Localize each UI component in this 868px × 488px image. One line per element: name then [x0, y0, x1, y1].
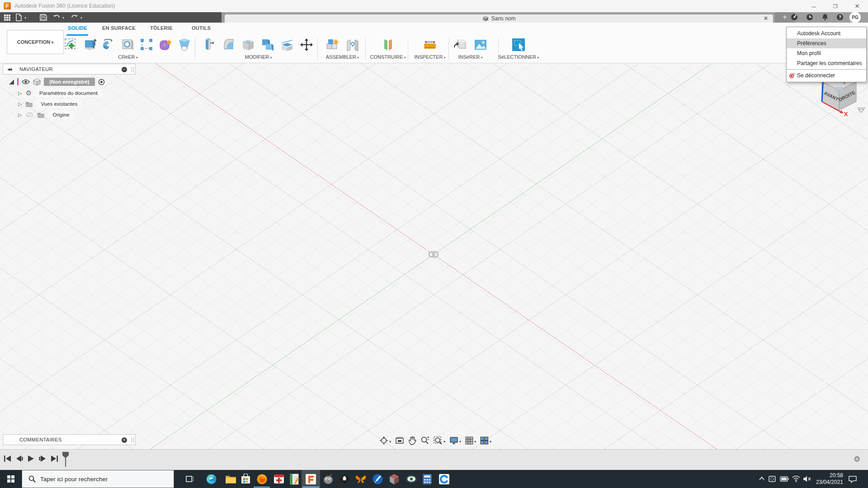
hidden-icons-chevron[interactable]	[759, 476, 765, 481]
comments-panel-header[interactable]: COMMENTAIRES +	[3, 434, 136, 445]
navigator-item-vues[interactable]: Vues existantes	[18, 99, 81, 109]
tab-outils[interactable]: OUTILS	[192, 25, 211, 33]
go-to-start-button[interactable]	[4, 455, 11, 462]
collapsed-triangle-icon[interactable]	[18, 90, 22, 96]
taskbar-icon-cura[interactable]	[435, 470, 453, 488]
taskbar-icon-notes[interactable]	[285, 470, 303, 488]
redo-icon[interactable]	[71, 14, 79, 21]
insert-derive-icon[interactable]	[453, 38, 467, 52]
taskbar-icon-calculator[interactable]	[418, 470, 436, 488]
grid-settings-icon[interactable]	[465, 436, 476, 445]
expanded-triangle-icon[interactable]	[9, 80, 14, 84]
pattern-icon[interactable]	[139, 38, 154, 52]
save-icon[interactable]	[40, 14, 47, 21]
group-label-inspecter[interactable]: INSPECTER	[414, 54, 445, 60]
combine-icon[interactable]	[260, 38, 275, 52]
minus-circle-icon[interactable]: −	[122, 67, 127, 72]
viewports-icon[interactable]	[480, 436, 491, 445]
window-zoom-icon[interactable]	[434, 436, 445, 445]
menu-item-mon-profil[interactable]: Mon profil	[787, 48, 866, 58]
plus-circle-icon[interactable]: +	[122, 437, 127, 443]
extrude-icon[interactable]	[82, 38, 97, 52]
taskbar-icon-gimp[interactable]	[319, 470, 337, 488]
minimize-button[interactable]	[804, 0, 824, 12]
taskbar-icon-polyhedron[interactable]	[385, 470, 403, 488]
measure-icon[interactable]	[423, 38, 437, 52]
tree-item-label[interactable]: Paramètres du document	[35, 89, 102, 97]
start-button[interactable]	[0, 470, 22, 488]
taskbar-icon-butterfly[interactable]	[352, 470, 370, 488]
panel-grip-handle[interactable]	[132, 437, 134, 443]
group-label-construire[interactable]: CONSTRUIRE	[370, 54, 406, 60]
orbit-icon[interactable]	[379, 436, 391, 445]
visibility-eye-icon[interactable]	[22, 79, 30, 84]
zoom-icon[interactable]	[420, 436, 429, 445]
taskbar-icon-stylus[interactable]	[368, 470, 387, 488]
collapse-panel-icon[interactable]	[7, 67, 11, 71]
origin-marker[interactable]	[427, 251, 440, 258]
tab-solide[interactable]: SOLIDE	[68, 25, 87, 33]
play-button[interactable]	[28, 455, 34, 462]
document-tab[interactable]: Sans nom	[225, 14, 773, 23]
account-avatar[interactable]: PG	[849, 12, 861, 23]
panel-grip-handle[interactable]	[132, 67, 134, 72]
navigator-root-row[interactable]: (Non enregistré)	[9, 77, 105, 87]
step-forward-button[interactable]	[39, 455, 46, 462]
taskbar-search[interactable]	[22, 470, 174, 488]
navigator-item-origine[interactable]: Origine	[18, 110, 74, 120]
taskbar-icon-firefox[interactable]	[253, 470, 271, 488]
collapsed-triangle-icon[interactable]	[18, 112, 22, 118]
action-center-icon[interactable]	[848, 475, 857, 483]
create-form-icon[interactable]	[158, 38, 173, 52]
task-view-button[interactable]	[181, 470, 199, 488]
help-icon[interactable]: ?	[835, 13, 845, 23]
step-back-button[interactable]	[16, 455, 23, 462]
tab-tolerie[interactable]: TÔLERIE	[150, 25, 173, 33]
navigator-panel-header[interactable]: NAVIGATEUR −	[3, 64, 136, 75]
timeline-gear-icon[interactable]	[854, 455, 860, 464]
joint-icon[interactable]	[345, 38, 360, 52]
search-input[interactable]	[40, 476, 162, 483]
hole-icon[interactable]	[120, 38, 135, 52]
tab-en-surface[interactable]: EN SURFACE	[102, 25, 136, 33]
look-at-icon[interactable]	[395, 436, 404, 445]
pan-hand-icon[interactable]	[408, 436, 416, 445]
update-history-icon[interactable]	[805, 13, 815, 23]
revolve-icon[interactable]	[101, 38, 116, 52]
volume-muted-icon[interactable]	[803, 475, 811, 483]
menu-item-autodesk-account[interactable]: Autodesk Account	[787, 28, 866, 38]
move-icon[interactable]	[299, 38, 314, 52]
timeline-marker[interactable]	[62, 452, 69, 458]
hidden-eye-icon[interactable]	[25, 112, 33, 118]
taskbar-icon-fusion-360[interactable]	[302, 470, 320, 488]
new-component-icon[interactable]	[325, 38, 340, 52]
menu-item-preferences[interactable]: Préférences	[787, 38, 866, 48]
notifications-bell-icon[interactable]	[821, 13, 830, 23]
taskbar-icon-store[interactable]	[236, 470, 255, 488]
activate-radio-icon[interactable]	[98, 79, 105, 85]
workspace-selector-button[interactable]: CONCEPTION	[7, 30, 64, 54]
loft-icon[interactable]	[177, 38, 192, 52]
collapsed-triangle-icon[interactable]	[18, 101, 22, 107]
tree-item-label[interactable]: Origine	[48, 111, 73, 119]
battery-icon[interactable]	[780, 476, 789, 482]
group-label-selectionner[interactable]: SéLECTIONNER	[498, 54, 539, 60]
go-to-end-button[interactable]	[51, 455, 58, 462]
close-button[interactable]	[847, 0, 867, 12]
create-sketch-icon[interactable]	[63, 38, 78, 52]
viewport-3d[interactable]: NAVIGATEUR − (Non enregistré) ⚙ Paramètr…	[0, 63, 868, 449]
insert-image-icon[interactable]	[473, 38, 488, 52]
tree-item-label[interactable]: Vues existantes	[37, 100, 81, 108]
root-document-label[interactable]: (Non enregistré)	[44, 78, 95, 86]
undo-icon[interactable]	[52, 14, 61, 21]
display-settings-icon[interactable]	[449, 436, 461, 445]
group-label-assembler[interactable]: ASSEMBLER	[326, 54, 359, 60]
navigator-item-parametres[interactable]: ⚙ Paramètres du document	[18, 88, 102, 98]
wifi-icon[interactable]	[792, 475, 800, 483]
select-icon[interactable]	[511, 38, 526, 52]
fillet-icon[interactable]	[222, 38, 236, 52]
taskbar-icon-edge[interactable]	[202, 470, 220, 488]
split-body-icon[interactable]	[280, 38, 294, 52]
job-status-icon[interactable]	[790, 13, 800, 23]
press-pull-icon[interactable]	[202, 38, 217, 52]
